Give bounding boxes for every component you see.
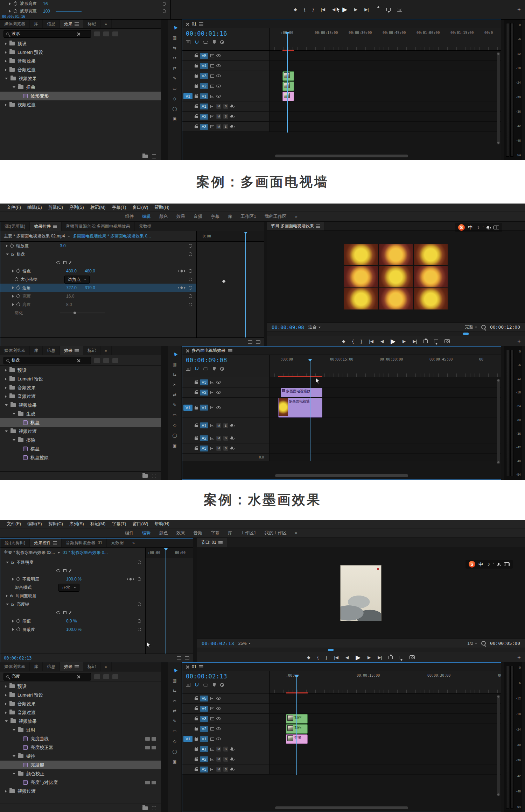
accelerated-effects-filter-icon[interactable] <box>94 674 100 679</box>
chevron-icon[interactable] <box>12 295 14 298</box>
chevron-icon[interactable] <box>5 78 8 79</box>
track-lane[interactable] <box>270 61 501 71</box>
tree-item[interactable]: 音频过渡 <box>0 65 161 74</box>
sync-lock-icon[interactable] <box>210 748 214 751</box>
tree-item[interactable]: 预设 <box>0 682 161 691</box>
pen-mask-icon[interactable] <box>69 611 71 614</box>
track-lock-icon[interactable] <box>195 75 198 78</box>
tree-item[interactable]: 亮度与对比度 <box>0 778 161 787</box>
tool-icon[interactable]: ✎ <box>168 400 181 409</box>
playback-resolution-dropdown[interactable]: 1/2 <box>467 641 477 646</box>
pen-mask-icon[interactable] <box>69 261 71 264</box>
track-lane[interactable] <box>270 101 501 111</box>
reset-parameter-icon[interactable] <box>189 252 192 256</box>
tool-icon[interactable]: ▭ <box>168 411 181 420</box>
menu-item[interactable]: 字幕(T) <box>108 205 129 211</box>
track-lock-icon[interactable] <box>195 738 198 741</box>
zoom-icon[interactable] <box>185 656 189 660</box>
panel-menu-icon[interactable] <box>218 541 223 544</box>
pen-mask-icon[interactable] <box>69 569 71 572</box>
track-name[interactable]: V3 <box>200 716 208 722</box>
toggle-track-output-icon[interactable] <box>216 95 221 98</box>
chevron-icon[interactable] <box>5 404 8 406</box>
menu-item[interactable]: 序列(S) <box>66 521 87 527</box>
keyframe-navigator[interactable] <box>178 287 186 289</box>
transport-button[interactable]: |◀ <box>369 339 373 344</box>
property-value[interactable]: 100.0 % <box>66 627 82 632</box>
chevron-icon[interactable] <box>13 86 15 88</box>
monitor-scrubber[interactable] <box>197 648 525 652</box>
transport-button[interactable]: |◀ <box>321 7 325 12</box>
solo-button[interactable]: S <box>223 423 228 428</box>
chevron-icon[interactable] <box>12 620 14 622</box>
mute-button[interactable]: M <box>216 124 221 129</box>
reset-parameter-icon[interactable] <box>138 619 141 623</box>
source-patch[interactable] <box>183 379 192 385</box>
effect-property-row[interactable]: 波形高度 16 <box>0 0 170 7</box>
transport-button[interactable]: { <box>352 339 354 344</box>
panel-tab-overflow[interactable]: » <box>128 539 139 547</box>
playhead[interactable] <box>245 232 246 337</box>
panel-menu-icon[interactable] <box>53 225 57 228</box>
chevron-icon[interactable] <box>5 685 7 688</box>
chevron-icon[interactable] <box>5 395 7 398</box>
mute-button[interactable]: M <box>216 423 221 428</box>
track-name[interactable]: V5 <box>200 696 208 701</box>
workspace-tab[interactable]: » <box>290 214 301 219</box>
playhead[interactable] <box>296 675 297 775</box>
playback-resolution-dropdown[interactable]: 完整 <box>465 324 477 330</box>
panel-tab[interactable]: 效果 <box>60 20 83 28</box>
track-lane[interactable] <box>270 754 501 764</box>
sequence-tab-label[interactable]: 01 <box>192 664 196 669</box>
chevron-icon[interactable] <box>12 578 14 580</box>
tree-item[interactable]: 预设 <box>0 366 161 375</box>
workspace-tab[interactable]: 效果 <box>172 214 189 220</box>
nest-insert-icon[interactable] <box>186 683 190 687</box>
effect-property-row[interactable]: fx 大小依据 边角点 <box>0 275 196 284</box>
snap-icon[interactable] <box>195 41 198 44</box>
sync-lock-icon[interactable] <box>210 391 214 394</box>
fx-badge-icon[interactable]: fx <box>11 602 14 606</box>
close-tab-icon[interactable] <box>186 665 189 668</box>
chevron-down-icon[interactable] <box>58 552 60 554</box>
tool-icon[interactable]: ⇆ <box>168 686 181 695</box>
reset-parameter-icon[interactable] <box>138 628 141 631</box>
track-lock-icon[interactable] <box>195 65 198 67</box>
track-lock-icon[interactable] <box>195 116 198 118</box>
menu-item[interactable]: 窗口(W) <box>129 521 151 527</box>
linked-selection-icon[interactable] <box>203 41 208 44</box>
transport-button[interactable]: ▶ <box>354 7 357 12</box>
timeline-ruler[interactable]: :00:0000:00:15:0000:00:30:0000:00:4 <box>270 671 501 693</box>
menu-item[interactable]: 字幕(T) <box>108 521 129 527</box>
effect-property-row[interactable]: fx <box>0 567 145 575</box>
rect-mask-icon[interactable] <box>63 611 66 614</box>
keyframe-navigator[interactable] <box>178 270 186 272</box>
tool-icon[interactable]: ▣ <box>168 114 181 123</box>
tree-item[interactable]: Lumetri 预设 <box>0 48 161 57</box>
close-tab-icon[interactable] <box>186 22 189 26</box>
transport-button[interactable]: ▶| <box>364 7 369 12</box>
toggle-animation-stopwatch-icon[interactable] <box>16 628 20 631</box>
monitor-settings-icon[interactable] <box>481 325 486 329</box>
toggle-animation-stopwatch-icon[interactable] <box>10 244 14 248</box>
tool-icon[interactable]: ✎ <box>168 717 181 726</box>
voiceover-record-icon[interactable] <box>231 757 233 760</box>
transport-button[interactable]: { <box>317 655 319 660</box>
tool-icon[interactable]: ◇ <box>168 737 181 746</box>
sogou-logo-icon[interactable]: S <box>469 561 475 568</box>
fx-badge-icon[interactable]: fx <box>10 594 13 598</box>
tree-item[interactable]: 视频效果 <box>0 717 161 726</box>
workspace-tab[interactable]: 库 <box>224 530 237 536</box>
chevron-icon[interactable] <box>5 104 7 106</box>
track-lock-icon[interactable] <box>195 748 198 751</box>
timeline-clip[interactable]: 多画面电视墙 <box>278 398 322 418</box>
voiceover-record-icon[interactable] <box>231 768 233 770</box>
timeline-clip[interactable] <box>282 92 294 101</box>
source-patch[interactable] <box>183 73 192 79</box>
input-language-indicator[interactable]: 中 <box>478 561 483 568</box>
timeline-ruler[interactable]: :00:0000:00:15:0000:00:30:0000:00:45:000… <box>270 355 501 377</box>
accelerated-effects-filter-icon[interactable] <box>94 358 100 363</box>
chevron-icon[interactable] <box>6 594 8 597</box>
mute-button[interactable]: M <box>216 757 221 762</box>
track-name[interactable]: V4 <box>200 706 208 712</box>
